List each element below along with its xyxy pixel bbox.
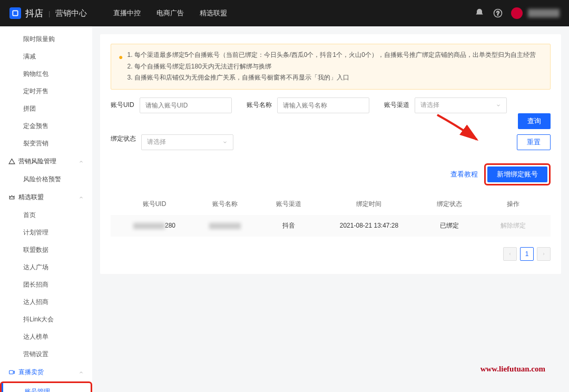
info-banner: ● 1. 每个渠道最多绑定5个自播账号（当前已绑定：今日头条/西瓜0个，抖音1个… [111, 44, 551, 90]
th-op: 操作 [481, 200, 545, 209]
highlight-box-sidebar: 账号管理 [0, 381, 92, 392]
sidebar-header-risk[interactable]: 营销风险管理 [0, 152, 92, 171]
select-placeholder: 请选择 [147, 138, 166, 146]
sidebar-item[interactable]: 达人榜单 [0, 328, 92, 346]
chevron-down-icon [496, 103, 501, 108]
bell-icon[interactable] [474, 8, 485, 18]
chevron-down-icon [222, 140, 228, 145]
sidebar-item[interactable]: 购物红包 [0, 65, 92, 83]
label-status: 绑定状态 [111, 134, 136, 143]
cell-uid-suffix: 280 [165, 222, 175, 229]
sidebar-item[interactable]: 风险价格预警 [0, 171, 92, 188]
page-next[interactable] [537, 247, 551, 261]
sidebar-item[interactable]: 裂变营销 [0, 135, 92, 152]
warning-icon [8, 158, 15, 165]
sidebar-item[interactable]: 达人广场 [0, 259, 92, 276]
chevron-up-icon [79, 159, 84, 164]
svg-rect-0 [13, 11, 17, 15]
brand-secondary: 营销中心 [55, 8, 87, 18]
table-header: 账号UID 账号名称 账号渠道 绑定时间 绑定状态 操作 [111, 193, 551, 215]
main-content: ● 1. 每个渠道最多绑定5个自播账号（当前已绑定：今日头条/西瓜0个，抖音1个… [92, 26, 569, 392]
cell-channel: 抖音 [257, 221, 321, 230]
input-name[interactable] [277, 97, 369, 113]
header-right: ? [466, 7, 560, 19]
top-nav: 直播中控 电商广告 精选联盟 [113, 8, 243, 18]
select-status[interactable]: 请选择 [141, 134, 233, 150]
sidebar-item[interactable]: 拼团 [0, 100, 92, 117]
pagination: 1 [111, 247, 551, 261]
view-tutorial-link[interactable]: 查看教程 [450, 170, 478, 179]
sidebar-item[interactable]: 计划管理 [0, 224, 92, 241]
table-row: 280 抖音 2021-08-21 13:47:28 已绑定 解除绑定 [111, 215, 551, 237]
select-placeholder: 请选择 [420, 101, 439, 110]
filters-row2: 绑定状态 请选择 重置 [111, 134, 551, 150]
highlight-box-button: 新增绑定账号 [484, 163, 551, 185]
sidebar-header-label: 营销风险管理 [18, 157, 56, 166]
help-icon[interactable]: ? [493, 8, 503, 18]
filters-row1: 账号UID 账号名称 账号渠道 请选择 查询 [111, 97, 551, 129]
th-uid: 账号UID [116, 200, 193, 209]
cell-op[interactable]: 解除绑定 [481, 221, 545, 230]
nav-ads[interactable]: 电商广告 [156, 8, 184, 18]
label-name: 账号名称 [247, 101, 272, 110]
cell-uid: 280 [116, 222, 193, 229]
brand-primary: 抖店 [25, 7, 43, 19]
sidebar: 限时限量购 满减 购物红包 定时开售 拼团 定金预售 裂变营销 营销风险管理 风… [0, 26, 92, 392]
cell-name [193, 222, 257, 229]
sidebar-header-alliance[interactable]: 精选联盟 [0, 188, 92, 207]
avatar[interactable] [511, 7, 523, 19]
sidebar-item[interactable]: 定时开售 [0, 83, 92, 100]
sidebar-header-label: 精选联盟 [18, 193, 44, 202]
chevron-up-icon [79, 370, 84, 375]
sidebar-item[interactable]: 定金预售 [0, 117, 92, 135]
video-icon [8, 369, 15, 376]
tip-line: 1. 每个渠道最多绑定5个自播账号（当前已绑定：今日头条/西瓜0个，抖音1个，火… [127, 50, 535, 61]
tip-line: 2. 每个自播账号绑定后180天内无法进行解绑与换绑 [127, 61, 535, 73]
card: ● 1. 每个渠道最多绑定5个自播账号（当前已绑定：今日头条/西瓜0个，抖音1个… [100, 34, 561, 274]
cell-status: 已绑定 [417, 221, 482, 230]
sidebar-header-label: 直播卖货 [18, 368, 44, 377]
blurred-value [133, 223, 165, 229]
chevron-left-icon [508, 252, 512, 256]
add-bind-button[interactable]: 新增绑定账号 [487, 166, 547, 182]
header: 抖店 | 营销中心 直播中控 电商广告 精选联盟 ? [0, 0, 569, 26]
query-button[interactable]: 查询 [518, 113, 551, 129]
cell-time: 2021-08-21 13:47:28 [321, 222, 417, 229]
th-time: 绑定时间 [321, 200, 417, 209]
nav-alliance[interactable]: 精选联盟 [200, 8, 227, 18]
reset-button[interactable]: 重置 [517, 134, 551, 150]
label-uid: 账号UID [111, 101, 134, 110]
sidebar-item[interactable]: 满减 [0, 48, 92, 65]
table: 账号UID 账号名称 账号渠道 绑定时间 绑定状态 操作 280 抖音 2021… [111, 193, 551, 237]
svg-text:?: ? [496, 11, 499, 16]
th-name: 账号名称 [193, 200, 257, 209]
sidebar-item[interactable]: 团长招商 [0, 276, 92, 293]
nav-live[interactable]: 直播中控 [113, 8, 141, 18]
select-channel[interactable]: 请选择 [415, 97, 507, 113]
sidebar-item[interactable]: 联盟数据 [0, 241, 92, 259]
logo-icon [9, 7, 21, 19]
sidebar-item[interactable]: 达人招商 [0, 293, 92, 311]
crown-icon [8, 194, 15, 201]
page-prev[interactable] [503, 247, 517, 261]
label-channel: 账号渠道 [384, 101, 409, 110]
info-icon: ● [119, 51, 123, 84]
svg-rect-3 [9, 370, 14, 374]
sidebar-header-live[interactable]: 直播卖货 [0, 363, 92, 381]
sidebar-item-account-mgmt[interactable]: 账号管理 [2, 383, 91, 392]
input-uid[interactable] [140, 97, 232, 113]
page-current[interactable]: 1 [520, 247, 534, 261]
actions-row: 查看教程 新增绑定账号 [111, 163, 551, 185]
sidebar-item[interactable]: 限时限量购 [0, 31, 92, 48]
sidebar-item[interactable]: 抖Link大会 [0, 311, 92, 328]
brand-divider: | [48, 9, 50, 17]
th-channel: 账号渠道 [257, 200, 321, 209]
username-blurred [528, 9, 560, 17]
tip-line: 3. 自播账号和店铺仅为无佣金推广关系，自播账号橱窗将不再显示「我的」入口 [127, 72, 535, 84]
chevron-up-icon [79, 195, 84, 200]
sidebar-item[interactable]: 营销设置 [0, 346, 92, 363]
chevron-right-icon [542, 252, 546, 256]
sidebar-item[interactable]: 首页 [0, 207, 92, 224]
watermark: www.liefutuan.com [480, 365, 545, 374]
th-status: 绑定状态 [417, 200, 482, 209]
